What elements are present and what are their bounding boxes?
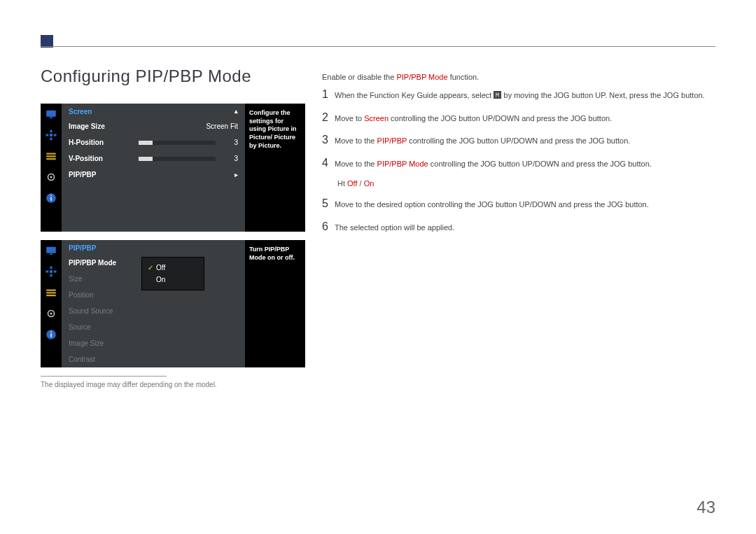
t: controlling the JOG button UP/DOWN and p… <box>388 114 612 122</box>
osd-pippbp-menu: PIP/PBP PIP/PBP Mode Size Position Sound… <box>41 240 305 367</box>
t: Move to <box>335 114 364 122</box>
osd-screen-menu: Screen ▴ Image Size Screen Fit H-Positio… <box>41 104 305 232</box>
step-text: Move to the PIP/PBP Mode controlling the… <box>335 157 714 170</box>
slider-track <box>139 141 216 145</box>
svg-rect-29 <box>50 332 52 333</box>
osd-body: PIP/PBP PIP/PBP Mode Size Position Sound… <box>62 240 245 367</box>
check-icon: ✓ <box>148 264 156 272</box>
step-text: Move to the PIP/PBP controlling the JOG … <box>335 134 714 147</box>
svg-rect-16 <box>50 254 53 255</box>
svg-rect-5 <box>46 134 49 136</box>
slider-icon <box>41 282 62 303</box>
right-column: Enable or disable the PIP/PBP Mode funct… <box>322 69 714 243</box>
monitor-icon <box>41 104 62 125</box>
osd-header: Screen ▴ <box>62 104 245 118</box>
option-off: Off <box>347 179 357 188</box>
row-source: Source <box>62 319 245 335</box>
footnote-text: The displayed image may differ depending… <box>41 381 307 388</box>
svg-rect-20 <box>46 271 49 273</box>
svg-rect-18 <box>50 267 52 269</box>
svg-rect-23 <box>46 292 56 293</box>
info-icon <box>41 324 62 345</box>
step-number: 1 <box>322 88 335 101</box>
svg-rect-9 <box>46 158 56 160</box>
gear-icon <box>41 303 62 324</box>
svg-rect-4 <box>50 138 52 141</box>
svg-rect-24 <box>46 295 56 296</box>
svg-rect-21 <box>54 271 57 273</box>
row-label: PIP/PBP <box>69 171 132 178</box>
osd-nav-icons <box>41 240 62 367</box>
svg-point-26 <box>50 313 52 315</box>
row-image-size: Image Size <box>62 335 245 351</box>
t: / <box>358 179 364 188</box>
scroll-up-icon: ▴ <box>234 108 238 115</box>
t: controlling the JOG button UP/DOWN and p… <box>407 136 630 145</box>
svg-point-2 <box>50 134 53 137</box>
options-line: Ht Off / On <box>337 179 714 188</box>
svg-rect-8 <box>46 155 56 157</box>
osd-header: PIP/PBP <box>62 240 245 255</box>
step-3: 3 Move to the PIP/PBP controlling the JO… <box>322 134 714 147</box>
row-image-size: Image Size Screen Fit <box>62 118 245 134</box>
row-value: 3 <box>234 139 238 146</box>
keyword: PIP/PBP <box>377 136 407 145</box>
step-text: Move to the desired option controlling t… <box>335 197 714 211</box>
dpad-icon <box>41 261 62 282</box>
keyword: Screen <box>364 114 388 122</box>
keyword: PIP/PBP Mode <box>377 160 428 168</box>
slider-fill <box>139 157 153 161</box>
osd-header-label: Screen <box>69 108 92 115</box>
row-h-position: H-Position 3 <box>62 134 245 150</box>
slider-track <box>139 157 216 161</box>
step-text: The selected option will be applied. <box>335 220 714 234</box>
step-number: 2 <box>322 111 335 124</box>
row-label: Size <box>69 275 132 283</box>
step-number: 4 <box>322 157 335 169</box>
step-2: 2 Move to Screen controlling the JOG but… <box>322 111 714 125</box>
svg-rect-22 <box>46 290 56 291</box>
step-6: 6 The selected option will be applied. <box>322 220 714 234</box>
header-rule <box>41 46 715 47</box>
footnote-rule <box>41 376 167 377</box>
row-label: H-Position <box>69 139 132 146</box>
row-contrast: Contrast <box>62 351 245 367</box>
row-label: PIP/PBP Mode <box>69 259 132 267</box>
intro-line: Enable or disable the PIP/PBP Mode funct… <box>322 73 714 81</box>
option-off: ✓ Off <box>142 262 204 274</box>
row-label: Contrast <box>69 356 132 363</box>
step-5: 5 Move to the desired option controlling… <box>322 197 714 211</box>
svg-rect-28 <box>50 334 52 337</box>
row-label: V-Position <box>69 155 132 162</box>
osd-body: Screen ▴ Image Size Screen Fit H-Positio… <box>62 104 245 232</box>
option-on: On <box>142 274 204 286</box>
gear-icon <box>41 167 62 188</box>
osd-help-text: Turn PIP/PBP Mode on or off. <box>245 240 305 367</box>
intro-c: function. <box>448 73 479 81</box>
row-sound-source: Sound Source <box>62 303 245 319</box>
left-column: Screen ▴ Image Size Screen Fit H-Positio… <box>41 104 307 388</box>
option-label: On <box>156 276 165 283</box>
row-label: Sound Source <box>69 307 132 315</box>
row-label: Source <box>69 323 132 331</box>
svg-rect-15 <box>46 247 56 253</box>
option-label: Off <box>156 264 165 272</box>
slider-icon <box>41 146 62 167</box>
step-text: When the Function Key Guide appears, sel… <box>335 88 714 101</box>
svg-rect-19 <box>50 274 52 277</box>
intro-a: Enable or disable the <box>322 73 396 81</box>
step-number: 3 <box>322 134 335 146</box>
step-1: 1 When the Function Key Guide appears, s… <box>322 88 714 101</box>
chevron-right-icon: ▸ <box>234 171 238 178</box>
t: Ht <box>337 179 347 188</box>
slider-fill <box>139 141 153 145</box>
t: Move to the <box>335 160 377 168</box>
osd-help-text: Configure the settings for using Picture… <box>245 104 305 232</box>
row-value: 3 <box>234 155 238 162</box>
step-number: 6 <box>322 220 335 233</box>
svg-rect-6 <box>54 134 57 136</box>
page-number: 43 <box>696 498 715 517</box>
row-pippbp: PIP/PBP ▸ <box>62 167 245 183</box>
dpad-icon <box>41 125 62 146</box>
row-label: Image Size <box>69 122 132 130</box>
